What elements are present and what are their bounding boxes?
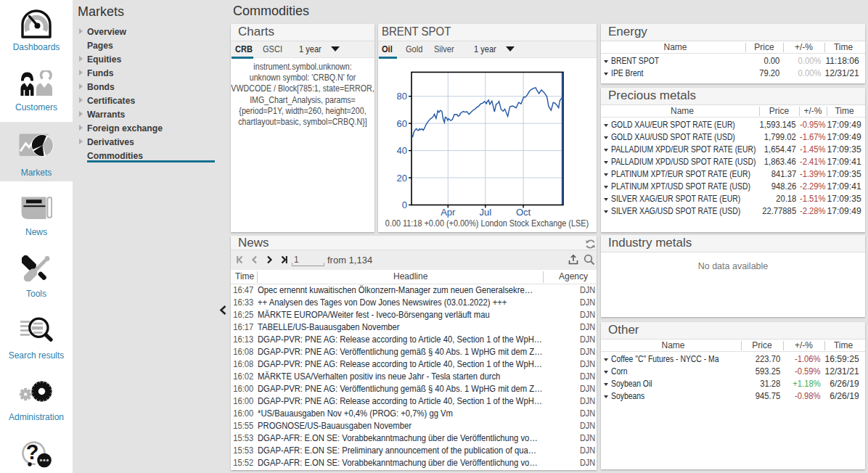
svg-text:Apr: Apr xyxy=(441,207,456,218)
svg-text:0: 0 xyxy=(402,200,407,210)
svg-text:Oct: Oct xyxy=(516,207,531,218)
svg-text:60: 60 xyxy=(397,118,407,129)
svg-text:Jul: Jul xyxy=(479,207,491,218)
svg-text:40: 40 xyxy=(397,145,407,156)
svg-text:80: 80 xyxy=(397,91,407,102)
svg-text:?: ? xyxy=(26,440,39,464)
svg-text:20: 20 xyxy=(397,173,407,184)
